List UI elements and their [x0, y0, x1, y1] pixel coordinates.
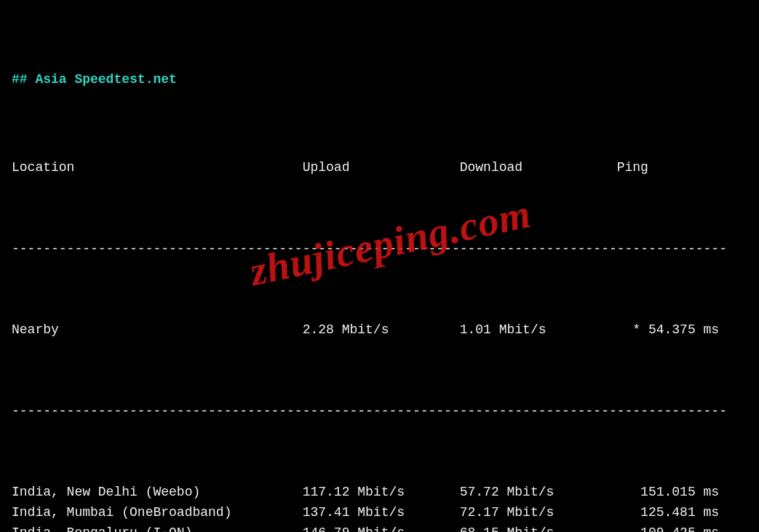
cell-download: 72.17 Mbit/s: [460, 503, 617, 523]
cell-download: 68.15 Mbit/s: [460, 523, 617, 532]
header-download: Download: [460, 158, 617, 178]
cell-location: India, New Delhi (Weebo): [12, 483, 303, 503]
cell-upload: 117.12 Mbit/s: [303, 483, 460, 503]
section-title: ## Asia Speedtest.net: [12, 70, 747, 90]
nearby-download: 1.01 Mbit/s: [460, 320, 617, 341]
header-upload: Upload: [303, 158, 460, 178]
terminal-output: ## Asia Speedtest.net Location Upload Do…: [0, 0, 759, 532]
header-location: Location: [12, 158, 303, 178]
table-row: India, Bengaluru (I-ON)146.79 Mbit/s68.1…: [12, 523, 747, 532]
divider: ----------------------------------------…: [12, 239, 747, 260]
nearby-row: Nearby 2.28 Mbit/s 1.01 Mbit/s * 54.375 …: [12, 320, 747, 341]
cell-ping: 109.425 ms: [617, 523, 727, 532]
table-row: India, New Delhi (Weebo)117.12 Mbit/s57.…: [12, 483, 747, 503]
table-header: Location Upload Download Ping: [12, 158, 747, 178]
cell-upload: 146.79 Mbit/s: [303, 523, 460, 532]
divider: ----------------------------------------…: [12, 402, 747, 422]
cell-download: 57.72 Mbit/s: [460, 483, 617, 503]
table-body: India, New Delhi (Weebo)117.12 Mbit/s57.…: [12, 483, 747, 532]
nearby-upload: 2.28 Mbit/s: [303, 320, 460, 341]
cell-location: India, Bengaluru (I-ON): [12, 523, 303, 532]
nearby-location: Nearby: [12, 320, 303, 341]
table-row: India, Mumbai (OneBroadband)137.41 Mbit/…: [12, 503, 747, 523]
cell-ping: 151.015 ms: [617, 483, 727, 503]
nearby-ping: * 54.375 ms: [617, 320, 727, 341]
cell-upload: 137.41 Mbit/s: [303, 503, 460, 523]
cell-ping: 125.481 ms: [617, 503, 727, 523]
cell-location: India, Mumbai (OneBroadband): [12, 503, 303, 523]
header-ping: Ping: [617, 158, 727, 178]
